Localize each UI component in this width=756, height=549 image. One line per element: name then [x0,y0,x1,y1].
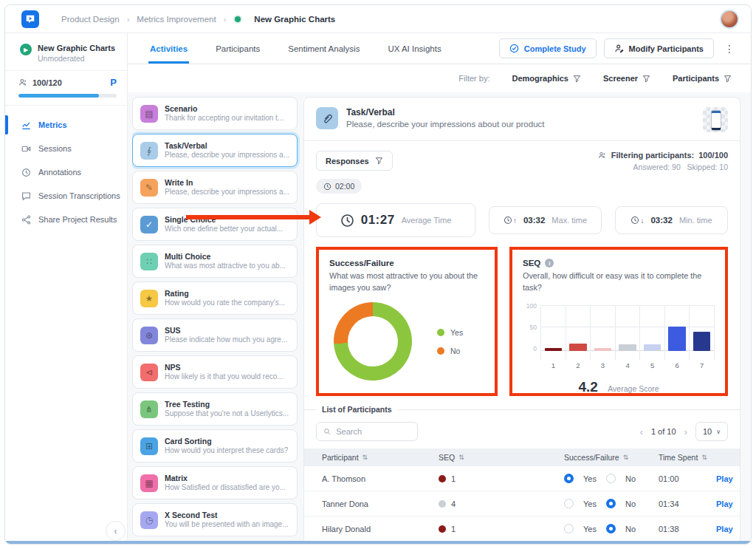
activity-title: Card Sorting [165,437,288,446]
participants-count: 100/120 [32,78,62,87]
sidebar-item-sessions[interactable]: Sessions [5,137,127,160]
activity-title: Tree Testing [165,400,289,409]
activity-card-tree-testing[interactable]: ⋔ Tree TestingSuppose that you're not a … [132,392,298,426]
max-time-label: Max. time [551,216,587,225]
activity-card-card-sorting[interactable]: ⊞ Card SortingHow would you interpret th… [132,429,298,463]
tab-ux-ai-insights[interactable]: UX AI Insights [386,35,442,63]
seq-bar-1[interactable] [545,348,562,352]
play-link[interactable]: Play [716,525,733,533]
table-row[interactable]: Hilary Donald 1 Yes No 01:38 Play [304,516,740,542]
col-participant[interactable]: Participant⇅ [322,453,439,462]
responses-filter-button[interactable]: Responses [316,151,393,171]
seq-slot: 4 [616,305,641,360]
col-time-spent[interactable]: Time Spent⇅ [659,453,716,462]
sort-icon[interactable]: ⇅ [701,454,707,461]
table-row[interactable]: A. Thomson 1 Yes No 01:00 Play [304,466,740,491]
radio-no[interactable] [606,499,616,508]
activity-title: Multi Choice [165,252,286,262]
filter-participants[interactable]: Participants [673,74,732,83]
seq-bar-2[interactable] [569,344,586,351]
table-header-row: Participant⇅ SEQ⇅ Success/Failure⇅ Time … [304,449,740,466]
seq-bar-7[interactable] [693,332,710,352]
sidebar-nav: Metrics Sessions Annotations Session Tra… [5,106,127,231]
seq-bar-5[interactable] [644,344,661,351]
time-spent: 01:34 [659,499,716,508]
activity-desc: How would you rate the company's... [165,299,285,308]
next-page-icon[interactable]: › [683,426,689,437]
participant-name: Tanner Dona [322,499,439,508]
horizontal-scrollbar[interactable] [5,541,751,544]
page-size-select[interactable]: 10 ∨ [695,422,728,441]
sort-icon[interactable]: ⇅ [623,454,629,461]
tab-participants[interactable]: Participants [214,35,261,63]
activity-card-x-second-test[interactable]: ◷ X Second TestYou will be presented wit… [132,503,298,536]
breadcrumb-project[interactable]: Product Design [61,15,120,24]
min-time-label: Min. time [679,216,712,225]
col-success-failure[interactable]: Success/Failure⇅ [564,453,659,462]
prev-page-icon[interactable]: ‹ [639,426,645,437]
sidebar-item-share-project-results[interactable]: Share Project Results [5,208,127,231]
activity-card-multi-choice[interactable]: ∷ Multi ChoiceWhat was most attractive t… [132,245,298,278]
legend-dot-yes [437,329,444,336]
activity-title: Scenario [165,104,284,114]
responses-label: Responses [326,157,369,166]
radio-no[interactable] [606,524,616,533]
activity-card-rating[interactable]: ★ RatingHow would you rate the company's… [132,282,298,315]
success-failure-panel: Success/Failure What was most attractive… [316,247,498,396]
activity-desc: What was most attractive to you ab... [165,262,286,271]
time-spent: 01:00 [659,474,716,483]
task-media-thumbnail[interactable] [703,107,728,132]
sort-icon[interactable]: ⇅ [362,454,368,461]
more-options-icon[interactable]: ⋮ [721,43,738,55]
radio-yes[interactable] [564,474,574,483]
sidebar-item-label: Sessions [38,144,72,153]
breadcrumb-study[interactable]: Metrics Improvement [137,15,216,24]
seq-slot: 5 [640,305,665,360]
activity-desc: How would you interpret these cards? [165,446,288,456]
radio-yes[interactable] [564,524,574,533]
modify-participants-button[interactable]: Modify Participants [604,38,714,58]
play-link[interactable]: Play [716,474,733,483]
participant-search[interactable] [316,422,418,441]
activity-card-write-in[interactable]: ✎ Write InPlease, describe your impressi… [132,171,298,204]
userlytics-logo-icon[interactable] [21,10,39,28]
activity-card-sus[interactable]: ⊛ SUSPlease indicate how much you agre..… [132,318,298,352]
radio-yes[interactable] [564,499,574,508]
complete-study-button[interactable]: Complete Study [499,38,597,58]
paperclip-icon: ∮ [140,142,158,160]
activity-card-single-choice[interactable]: ✓ Single ChoiceWich one define better yo… [132,208,298,241]
project-type: Unmoderated [38,54,115,63]
seq-average-value: 4.2 [578,379,597,395]
sidebar-collapse-button[interactable]: ‹ [106,521,126,541]
complete-study-label: Complete Study [524,44,586,53]
sidebar-item-metrics[interactable]: Metrics [5,113,127,137]
tab-sentiment-analysis[interactable]: Sentiment Analysis [286,35,361,63]
plan-badge[interactable]: P [110,77,117,88]
seq-bar-3[interactable] [594,348,611,352]
xtick: 6 [665,361,690,369]
user-avatar[interactable] [720,10,739,29]
activity-card-scenario[interactable]: ▤ ScenarioThank for accepting our invita… [132,97,298,130]
success-failure-question: What was most attractive to you about th… [329,270,484,293]
filter-demographics[interactable]: Demographics [512,74,581,83]
sidebar-item-annotations[interactable]: Annotations [5,160,127,184]
person-edit-icon [614,44,624,53]
search-input[interactable] [336,427,410,436]
sort-icon[interactable]: ⇅ [458,454,464,461]
activity-card-task-verbal[interactable]: ∮ Task/VerbalPlease, describe your impre… [132,134,298,167]
table-row[interactable]: Tanner Dona 4 Yes No 01:34 Play [304,491,740,516]
seq-bar-6[interactable] [668,327,685,351]
play-link[interactable]: Play [716,499,733,508]
activity-card-nps[interactable]: ⊲ NPSHow likely is it that you would rec… [132,355,298,389]
seq-bar-4[interactable] [619,344,636,351]
activity-title: Rating [165,289,285,299]
sidebar-item-session-transcriptions[interactable]: Session Transcriptions [5,184,127,208]
col-seq[interactable]: SEQ⇅ [439,453,564,462]
info-icon[interactable]: i [545,259,554,267]
radio-no[interactable] [606,474,616,483]
success-failure-donut [334,302,412,381]
filter-screener[interactable]: Screener [603,74,650,83]
activity-card-matrix[interactable]: ▦ MatrixHow Satisfied or dissatisfied ar… [132,466,298,499]
window-frame: Product Design › Metrics Improvement › N… [4,4,752,545]
tab-activities[interactable]: Activities [148,35,189,63]
